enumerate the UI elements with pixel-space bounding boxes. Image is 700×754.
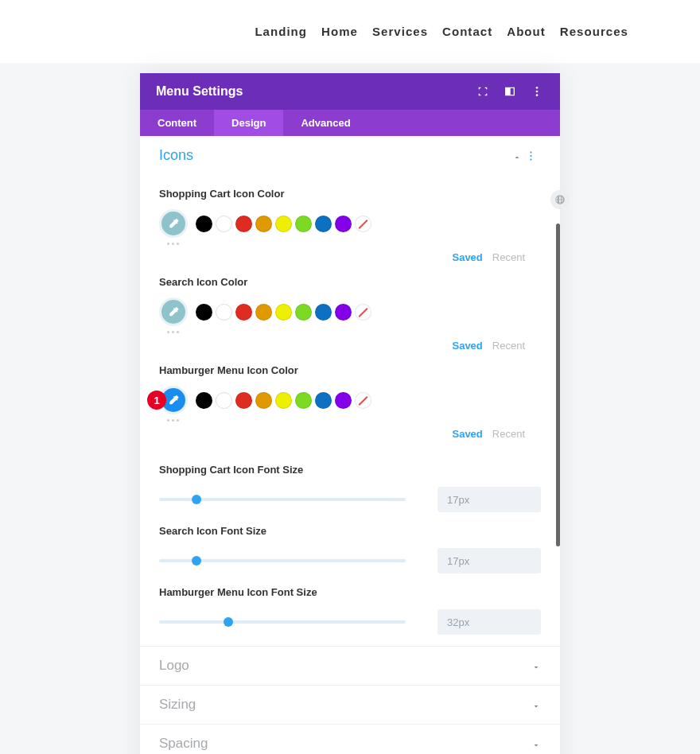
size-input[interactable]: 32px <box>438 609 541 635</box>
saved-tab[interactable]: Saved <box>452 340 482 352</box>
color-swatch[interactable] <box>355 392 371 409</box>
svg-point-2 <box>536 94 539 96</box>
recent-tab[interactable]: Recent <box>492 340 525 352</box>
color-swatch[interactable] <box>295 304 312 321</box>
tab-advanced[interactable]: Advanced <box>283 110 368 136</box>
color-swatch[interactable] <box>235 392 252 409</box>
more-icon[interactable] <box>530 84 544 99</box>
color-swatch[interactable] <box>255 392 272 409</box>
section-options-icon[interactable] <box>530 150 541 161</box>
more-dots-icon[interactable] <box>167 331 541 333</box>
swatch-row <box>159 297 541 326</box>
section-head-icons[interactable]: Icons <box>140 136 560 175</box>
stage: Menu Settings Content Design Advanced Ic… <box>0 64 700 754</box>
tabs: Content Design Advanced <box>140 110 560 136</box>
color-field-label: Hamburger Menu Icon Color <box>159 364 541 376</box>
saved-recent-row: SavedRecent <box>159 251 525 263</box>
slider-label: Search Icon Font Size <box>159 525 541 537</box>
nav-landing[interactable]: Landing <box>255 25 307 38</box>
slider-thumb[interactable] <box>224 617 233 627</box>
more-dots-icon[interactable] <box>167 419 541 422</box>
section-logo: Logo <box>140 647 560 686</box>
section-head[interactable]: Logo <box>140 647 560 685</box>
tab-content[interactable]: Content <box>140 110 214 136</box>
section-head[interactable]: Spacing <box>140 725 560 754</box>
color-swatch[interactable] <box>275 304 292 321</box>
saved-tab[interactable]: Saved <box>452 251 482 263</box>
color-swatch[interactable] <box>315 304 332 321</box>
color-swatch[interactable] <box>295 392 312 409</box>
slider-row: 32px <box>159 609 541 635</box>
section-head[interactable]: Sizing <box>140 686 560 724</box>
color-swatch[interactable] <box>196 304 212 321</box>
svg-point-1 <box>536 91 539 93</box>
color-swatch[interactable] <box>255 304 272 321</box>
color-swatch[interactable] <box>295 216 312 232</box>
recent-tab[interactable]: Recent <box>492 251 525 263</box>
expand-icon[interactable] <box>476 84 490 99</box>
slider-track[interactable] <box>159 559 406 562</box>
color-field-label: Search Icon Color <box>159 276 541 288</box>
size-input[interactable]: 17px <box>438 487 541 512</box>
slider-label: Hamburger Menu Icon Font Size <box>159 586 541 598</box>
panel-title-bar: Menu Settings <box>140 73 560 110</box>
svg-point-3 <box>530 151 531 153</box>
section-label: Sizing <box>159 697 531 713</box>
section-icons: Icons Shopping Cart Icon ColorSavedRecen… <box>140 136 560 647</box>
color-swatch[interactable] <box>335 392 352 409</box>
color-swatch[interactable] <box>235 304 252 321</box>
nav-services[interactable]: Services <box>372 25 428 38</box>
color-swatch[interactable] <box>255 216 272 232</box>
saved-recent-row: SavedRecent <box>159 340 525 352</box>
slider-track[interactable] <box>159 498 406 501</box>
nav-contact[interactable]: Contact <box>442 25 492 38</box>
section-sizing: Sizing <box>140 686 560 725</box>
slider-row: 17px <box>159 548 541 573</box>
nav-resources[interactable]: Resources <box>560 25 628 38</box>
size-input[interactable]: 17px <box>438 548 541 573</box>
svg-point-0 <box>536 87 539 89</box>
scrollbar[interactable] <box>556 223 560 546</box>
color-swatch[interactable] <box>216 216 232 232</box>
saved-recent-row: SavedRecent <box>159 428 525 440</box>
color-swatch[interactable] <box>235 216 252 232</box>
svg-point-5 <box>530 158 531 160</box>
panel-title: Menu Settings <box>156 84 476 99</box>
annotation-badge: 1 <box>147 391 166 410</box>
saved-tab[interactable]: Saved <box>452 428 482 440</box>
color-field-label: Shopping Cart Icon Color <box>159 188 541 200</box>
slider-row: 17px <box>159 487 541 512</box>
chevron-down-icon <box>531 700 541 709</box>
nav-home[interactable]: Home <box>321 25 358 38</box>
split-view-icon[interactable] <box>503 84 517 99</box>
panel-content: Icons Shopping Cart Icon ColorSavedRecen… <box>140 136 560 754</box>
eyedropper-icon[interactable] <box>159 297 188 326</box>
color-swatch[interactable] <box>335 304 352 321</box>
section-title-icons: Icons <box>159 147 512 164</box>
slider-thumb[interactable] <box>192 556 201 566</box>
color-swatch[interactable] <box>216 304 232 321</box>
color-swatch[interactable] <box>335 216 352 232</box>
color-swatch[interactable] <box>216 392 232 409</box>
nav-about[interactable]: About <box>507 25 546 38</box>
color-swatch[interactable] <box>275 216 292 232</box>
color-swatch[interactable] <box>315 392 332 409</box>
eyedropper-icon[interactable] <box>159 209 188 238</box>
more-dots-icon[interactable] <box>167 243 541 245</box>
eyedropper-icon[interactable]: 1 <box>159 386 188 414</box>
slider-track[interactable] <box>159 620 406 624</box>
top-nav: Landing Home Services Contact About Reso… <box>255 25 628 38</box>
color-swatch[interactable] <box>315 216 332 232</box>
color-swatch[interactable] <box>275 392 292 409</box>
section-label: Spacing <box>159 736 531 752</box>
color-swatch[interactable] <box>355 216 371 232</box>
tab-design[interactable]: Design <box>214 110 283 136</box>
color-swatch[interactable] <box>196 392 212 409</box>
recent-tab[interactable]: Recent <box>492 428 525 440</box>
section-label: Logo <box>159 658 531 674</box>
color-swatch[interactable] <box>355 304 371 321</box>
slider-thumb[interactable] <box>192 495 201 504</box>
site-top-bar: Landing Home Services Contact About Reso… <box>0 0 700 64</box>
settings-panel: Menu Settings Content Design Advanced Ic… <box>140 73 560 754</box>
color-swatch[interactable] <box>196 216 212 232</box>
